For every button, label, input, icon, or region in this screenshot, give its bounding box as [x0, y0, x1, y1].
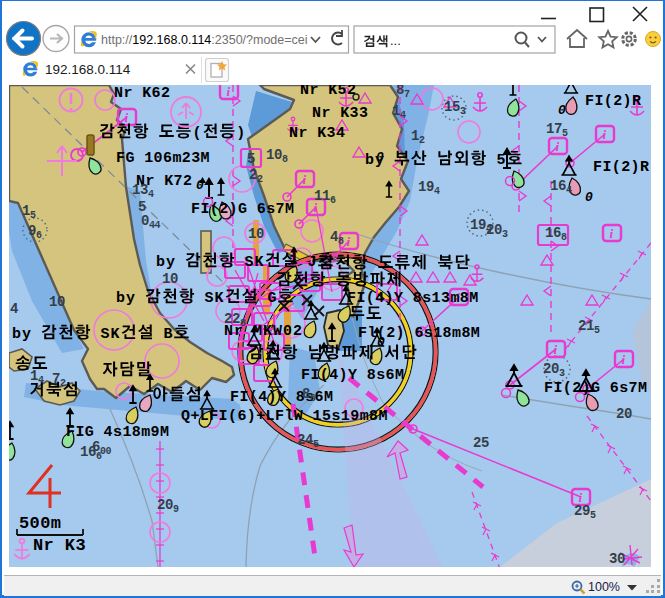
svg-text:192.168.0.114: 192.168.0.114	[45, 62, 131, 77]
svg-text:100%: 100%	[588, 580, 620, 594]
svg-text:http://192.168.0.114:2350/?mod: http://192.168.0.114:2350/?mode=cei	[101, 33, 308, 47]
svg-text:...: ...	[390, 33, 401, 48]
